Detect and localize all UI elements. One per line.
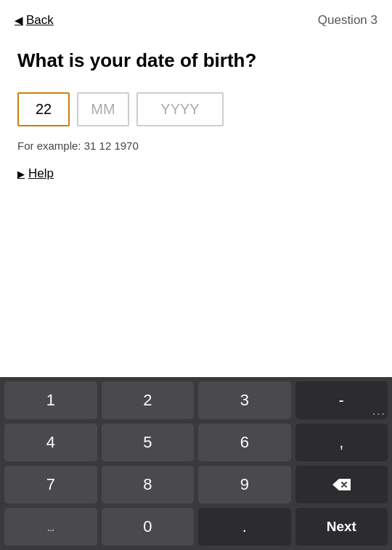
key-period[interactable]: . bbox=[198, 508, 291, 546]
key-9[interactable]: 9 bbox=[198, 466, 291, 504]
month-placeholder: MM bbox=[91, 101, 115, 118]
date-fields: 22 MM YYYY bbox=[17, 92, 375, 126]
year-field[interactable]: YYYY bbox=[136, 92, 224, 126]
key-5[interactable]: 5 bbox=[102, 424, 195, 461]
question-title: What is your date of birth? bbox=[17, 49, 375, 72]
key-comma[interactable]: , bbox=[295, 424, 388, 461]
key-4[interactable]: 4 bbox=[4, 424, 97, 461]
key-2[interactable]: 2 bbox=[102, 381, 195, 419]
keyboard-row-2: 4 5 6 , bbox=[2, 424, 390, 461]
backspace-icon bbox=[332, 478, 351, 491]
back-label: Back bbox=[26, 13, 54, 28]
keyboard-row-3: 7 8 9 bbox=[2, 466, 390, 504]
example-text: For example: 31 12 1970 bbox=[17, 139, 375, 152]
key-1[interactable]: 1 bbox=[4, 381, 97, 419]
help-button[interactable]: ▶ Help bbox=[17, 166, 375, 181]
month-field[interactable]: MM bbox=[77, 92, 129, 126]
year-placeholder: YYYY bbox=[160, 101, 199, 118]
key-7[interactable]: 7 bbox=[4, 466, 97, 504]
keyboard: 1 2 3 - • • • 4 5 6 , 7 8 9 ⎵ 0 . Next bbox=[0, 377, 392, 550]
dots-decoration: • • • bbox=[373, 411, 385, 416]
key-6[interactable]: 6 bbox=[198, 424, 291, 461]
key-8[interactable]: 8 bbox=[102, 466, 195, 504]
back-button[interactable]: ◀ Back bbox=[15, 13, 54, 28]
help-label: Help bbox=[28, 166, 54, 181]
top-nav: ◀ Back Question 3 bbox=[0, 0, 392, 35]
day-field[interactable]: 22 bbox=[17, 92, 70, 126]
key-space[interactable]: ⎵ bbox=[4, 508, 97, 546]
key-0[interactable]: 0 bbox=[102, 508, 195, 546]
space-label: ⎵ bbox=[48, 522, 54, 533]
key-backspace[interactable] bbox=[295, 466, 388, 504]
keyboard-row-1: 1 2 3 - • • • bbox=[2, 381, 390, 419]
next-button[interactable]: Next bbox=[295, 508, 388, 546]
back-chevron-icon: ◀ bbox=[15, 14, 23, 27]
help-chevron-icon: ▶ bbox=[17, 169, 25, 179]
key-dash[interactable]: - • • • bbox=[295, 381, 388, 419]
key-3[interactable]: 3 bbox=[198, 381, 291, 419]
day-value: 22 bbox=[36, 101, 52, 118]
keyboard-row-4: ⎵ 0 . Next bbox=[2, 508, 390, 546]
question-label: Question 3 bbox=[318, 13, 377, 28]
main-content: What is your date of birth? 22 MM YYYY F… bbox=[0, 35, 392, 377]
